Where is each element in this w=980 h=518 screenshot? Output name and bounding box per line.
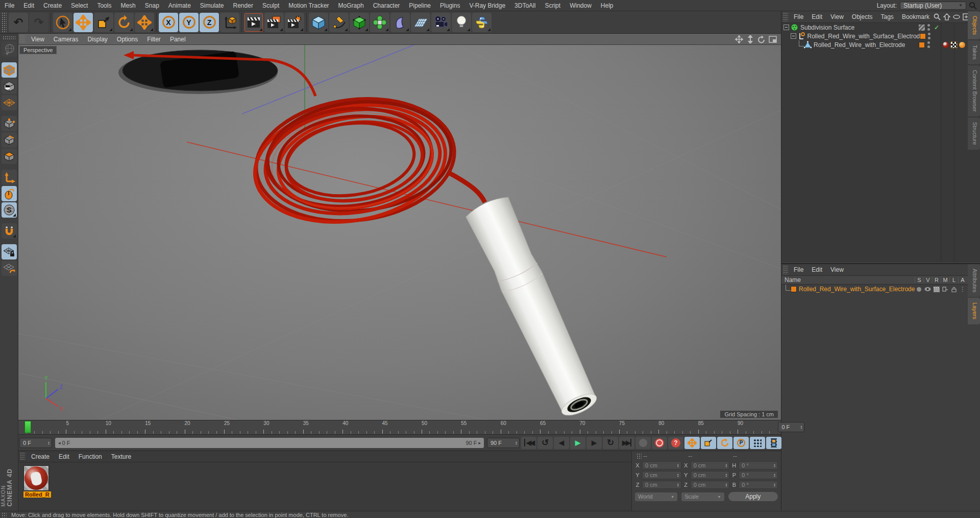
layers-menu-item[interactable]: File — [790, 266, 807, 273]
add-spline-button[interactable] — [329, 13, 349, 32]
goto-start-button[interactable]: ◀◀ — [521, 437, 536, 449]
scale-button[interactable] — [94, 13, 113, 32]
previous-frame-button[interactable]: ◀ — [554, 437, 569, 449]
mode-toolbar-grip[interactable] — [3, 36, 16, 40]
key-rotation-button[interactable] — [717, 437, 732, 449]
workplane-mode-button[interactable] — [2, 95, 17, 110]
visibility-dots[interactable] — [925, 24, 932, 31]
play-forwards-button[interactable]: ↻ — [603, 437, 618, 449]
stepper-icon[interactable]: ▲▼ — [800, 425, 802, 429]
material-name-label[interactable]: Rolled_R — [23, 491, 51, 498]
collapse-icon[interactable] — [791, 33, 796, 39]
add-camera-button[interactable] — [431, 13, 451, 32]
play-backwards-button[interactable]: ↺ — [537, 437, 553, 449]
key-parameter-button[interactable]: P — [733, 437, 749, 449]
viewport-menu-item[interactable]: Options — [112, 36, 142, 43]
snap-button[interactable]: S — [2, 202, 17, 218]
eye-icon[interactable] — [953, 13, 960, 20]
add-generator-button[interactable] — [350, 13, 369, 32]
coordinate-system-button[interactable] — [220, 13, 239, 32]
object-manager-menu-item[interactable]: Objects — [848, 13, 877, 20]
layer-color-chip[interactable] — [791, 286, 797, 292]
lock-x-button[interactable]: X — [159, 13, 178, 32]
status-grip[interactable] — [2, 512, 7, 517]
menubar-item[interactable]: Tools — [92, 2, 116, 9]
menubar-item[interactable]: Motion Tracker — [284, 2, 333, 9]
layers-menu-item[interactable]: View — [826, 266, 848, 273]
live-selection-button[interactable] — [53, 13, 72, 32]
object-manager-grip[interactable] — [783, 12, 788, 21]
material-tag-icon[interactable] — [942, 41, 949, 49]
lock-z-button[interactable]: Z — [200, 13, 219, 32]
tab-content-browser[interactable]: Content Browser — [968, 65, 980, 116]
menubar-item[interactable]: Edit — [19, 2, 39, 9]
menubar-item[interactable]: Snap — [140, 2, 164, 9]
layout-select[interactable]: Startup (User) ▼ — [900, 2, 966, 10]
key-pla-button[interactable] — [750, 437, 765, 449]
viewport-menu-item[interactable]: Filter — [142, 36, 165, 43]
object-manager-menu-item[interactable]: File — [790, 13, 807, 20]
viewport-menu-item[interactable]: Display — [83, 36, 112, 43]
layer-animation-toggle[interactable]: ⋮ — [958, 286, 967, 293]
convert-object-button[interactable] — [2, 41, 17, 57]
object-manager-menu-item[interactable]: Edit — [807, 13, 826, 20]
visibility-dots[interactable] — [926, 33, 933, 39]
object-manager-menu-item[interactable]: Tags — [877, 13, 898, 20]
polygons-mode-button[interactable] — [2, 149, 17, 164]
move-button[interactable] — [74, 13, 93, 32]
undo-button[interactable]: ↶ — [9, 13, 28, 32]
object-manager-menu-item[interactable]: Bookmark — [898, 13, 934, 20]
layer-color-chip[interactable] — [919, 25, 925, 31]
workplane-lock-button[interactable] — [2, 244, 17, 260]
menubar-item[interactable]: Window — [565, 2, 596, 9]
viewport-solo-button[interactable] — [2, 186, 17, 201]
keyframe-help-button[interactable]: ? — [668, 437, 683, 449]
texture-mode-button[interactable] — [2, 79, 17, 94]
layer-color-chip[interactable] — [919, 42, 925, 48]
material-menu-item[interactable]: Function — [74, 453, 107, 460]
visibility-dots[interactable] — [925, 41, 932, 48]
timeline-ruler[interactable]: 0 5 10 15 20 25 30 35 40 45 50 55 — [18, 420, 781, 434]
viewport-canvas[interactable]: Perspective Grid Spacing : 1 cm Y Z X — [18, 45, 781, 420]
viewport-menu-item[interactable]: Cameras — [49, 36, 83, 43]
view-label[interactable]: Perspective — [19, 46, 57, 54]
rotation-field[interactable]: 0 °▲▼ — [739, 461, 778, 469]
rotate-button[interactable] — [114, 13, 134, 32]
layer-row[interactable]: Rolled_Red_Wire_with_Surface_Electrode ⋮ — [781, 285, 980, 294]
material-grip[interactable] — [20, 452, 25, 461]
rotate-view-icon[interactable] — [757, 35, 766, 43]
viewport-menu-item[interactable]: View — [27, 36, 49, 43]
enabled-check-icon[interactable]: ✓ — [932, 24, 941, 31]
phong-tag-icon[interactable] — [959, 41, 966, 49]
menubar-item[interactable]: Animate — [164, 2, 195, 9]
layer-manager-toggle[interactable] — [941, 287, 949, 292]
apply-button[interactable]: Apply — [728, 492, 778, 501]
position-field[interactable]: 0 cm▲▼ — [642, 461, 681, 469]
add-light-button[interactable] — [452, 13, 471, 32]
menubar-item[interactable]: Select — [66, 2, 92, 9]
rotation-field[interactable]: 0 °▲▼ — [739, 481, 778, 489]
render-settings-button[interactable] — [285, 13, 304, 32]
play-button[interactable]: ▶ — [570, 437, 585, 449]
next-frame-button[interactable]: ▶ — [586, 437, 602, 449]
tab-attributes[interactable]: Attributes — [968, 264, 980, 297]
size-field[interactable]: 0 cm▲▼ — [691, 461, 730, 469]
layer-render-toggle[interactable] — [932, 287, 941, 292]
menubar-item[interactable]: MoGraph — [334, 2, 369, 9]
magnet-button[interactable] — [2, 223, 17, 239]
red-wire-coil[interactable] — [247, 88, 461, 235]
position-field[interactable]: 0 cm▲▼ — [642, 471, 681, 479]
rotation-field[interactable]: 0 °▲▼ — [739, 471, 778, 479]
frame-range-slider[interactable]: ◂ 0 F 90 F ▸ — [55, 438, 484, 448]
add-primitive-button[interactable] — [309, 13, 328, 32]
electrode-handle[interactable] — [464, 193, 604, 420]
autokey-button[interactable] — [652, 437, 667, 449]
enable-axis-button[interactable] — [2, 170, 17, 185]
search-icon[interactable] — [934, 13, 941, 20]
slider-left-arrow-icon[interactable]: ◂ — [58, 440, 61, 445]
workplane-align-button[interactable] — [2, 261, 17, 276]
collapse-icon[interactable] — [783, 25, 789, 30]
material-menu-item[interactable]: Texture — [107, 453, 136, 460]
lock-y-button[interactable]: Y — [179, 13, 199, 32]
edges-mode-button[interactable] — [2, 132, 17, 148]
